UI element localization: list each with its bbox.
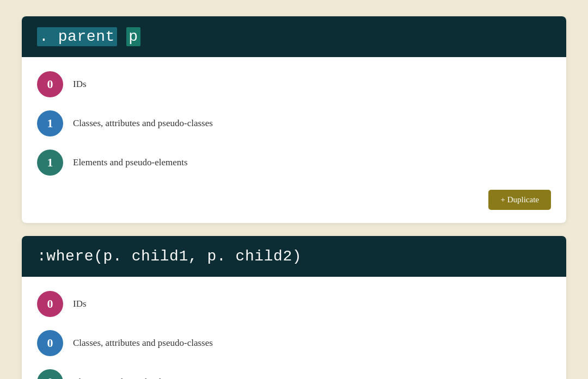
ids-badge-2: 0: [37, 291, 63, 317]
duplicate-button-1[interactable]: + Duplicate: [488, 190, 551, 210]
elements-value-2: 0: [47, 375, 53, 379]
ids-value-1: 0: [47, 77, 53, 91]
elements-value-1: 1: [47, 156, 53, 170]
selector-header-2: :where(p. child1, p. child2): [22, 236, 566, 277]
selector-element-highlight: p: [126, 27, 140, 46]
ids-row-1: 0 IDs: [37, 66, 551, 103]
elements-label-1: Elements and pseudo-elements: [73, 157, 188, 168]
ids-label-2: IDs: [73, 299, 87, 309]
card-2: :where(p. child1, p. child2) 0 IDs 0 Cla…: [22, 236, 566, 379]
classes-label-2: Classes, attributes and pseudo-classes: [73, 338, 213, 349]
classes-value-2: 0: [47, 336, 53, 350]
specificity-rows-2: 0 IDs 0 Classes, attributes and pseudo-c…: [22, 277, 566, 379]
ids-badge-1: 0: [37, 71, 63, 97]
card-1: . parent p 0 IDs 1 Classes, attributes a…: [22, 16, 566, 223]
elements-row-1: 1 Elements and pseudo-elements: [37, 144, 551, 181]
selector-class-highlight: . parent: [37, 27, 117, 46]
elements-badge-2: 0: [37, 369, 63, 379]
ids-value-2: 0: [47, 297, 53, 311]
classes-badge-1: 1: [37, 110, 63, 136]
elements-badge-1: 1: [37, 150, 63, 176]
selector-text-2: :where(p. child1, p. child2): [37, 248, 302, 265]
classes-badge-2: 0: [37, 330, 63, 356]
ids-row-2: 0 IDs: [37, 285, 551, 322]
card-1-footer: + Duplicate: [22, 185, 566, 210]
specificity-rows-1: 0 IDs 1 Classes, attributes and pseudo-c…: [22, 57, 566, 185]
elements-label-2: Elements and pseudo-elements: [73, 377, 188, 379]
classes-label-1: Classes, attributes and pseudo-classes: [73, 118, 213, 129]
classes-value-1: 1: [47, 116, 53, 131]
classes-row-2: 0 Classes, attributes and pseudo-classes: [37, 325, 551, 362]
selector-header-1: . parent p: [22, 16, 566, 57]
classes-row-1: 1 Classes, attributes and pseudo-classes: [37, 105, 551, 142]
selector-text-1: . parent p: [37, 27, 140, 46]
ids-label-1: IDs: [73, 79, 87, 90]
elements-row-2: 0 Elements and pseudo-elements: [37, 364, 551, 379]
